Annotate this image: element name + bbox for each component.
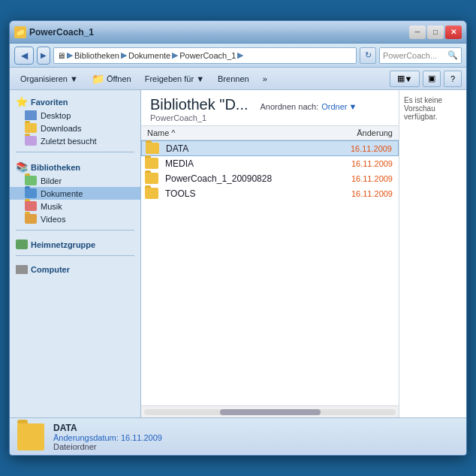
row-name: DATA — [163, 143, 330, 154]
breadcrumb-sep1: ▶ — [67, 50, 73, 60]
title-bar-text: PowerCoach_1 — [29, 27, 409, 38]
row-date: 16.11.2009 — [331, 159, 399, 168]
libraries-label: Bibliotheken — [31, 163, 80, 172]
sidebar-label-videos: Videos — [41, 215, 65, 224]
col-name-header[interactable]: Name ^ — [141, 126, 331, 140]
libraries-section: 📚 Bibliotheken Bilder Dokumente Musik — [10, 155, 140, 227]
organize-label: Organisieren — [20, 74, 68, 83]
sidebar-item-bilder[interactable]: Bilder — [10, 174, 140, 187]
status-name: DATA — [53, 423, 162, 433]
row-icon — [141, 173, 162, 184]
arrange-arrow-icon: ▼ — [348, 102, 357, 111]
sidebar-label-musik: Musik — [41, 202, 62, 211]
file-header: Bibliothek "D... Anordnen nach: Ordner ▼… — [141, 90, 399, 126]
folder-icon — [145, 173, 158, 184]
heimnetz-title: Heimnetzgruppe — [10, 238, 140, 251]
explorer-window: 📁 PowerCoach_1 ─ □ ✕ ◀ ▶ 🖥 ▶ Bibliotheke… — [9, 20, 467, 456]
back-button[interactable]: ◀ — [14, 47, 34, 65]
breadcrumb[interactable]: 🖥 ▶ Bibliotheken ▶ Dokumente ▶ PowerCoac… — [53, 47, 357, 64]
library-subtitle: PowerCoach_1 — [150, 113, 390, 122]
sidebar: ⭐ Favoriten Desktop Downloads Zuletzt be… — [10, 90, 141, 417]
refresh-button[interactable]: ↻ — [360, 47, 376, 64]
breadcrumb-bibliotheken[interactable]: Bibliotheken — [74, 51, 119, 60]
search-bar[interactable]: PowerCoach... 🔍 — [379, 47, 462, 64]
sidebar-sep2 — [16, 230, 134, 230]
row-name: PowerCoach_1_20090828 — [162, 173, 331, 184]
help-button[interactable]: ? — [444, 71, 462, 87]
row-date: 16.11.2009 — [331, 174, 399, 183]
breadcrumb-end-arrow: ▶ — [237, 50, 243, 60]
organize-arrow-icon: ▼ — [70, 74, 78, 83]
sidebar-item-recent[interactable]: Zuletzt besucht — [10, 134, 140, 147]
col-date-header[interactable]: Änderung — [331, 126, 399, 140]
computer-title: Computer — [10, 264, 140, 276]
bilder-icon — [25, 176, 37, 185]
share-label: Freigeben für — [145, 74, 194, 83]
h-scrollbar[interactable] — [141, 405, 399, 417]
minimize-button[interactable]: ─ — [409, 26, 426, 39]
table-row[interactable]: DATA 16.11.2009 — [141, 140, 399, 156]
computer-label: Computer — [31, 265, 70, 274]
heimnetz-label: Heimnetzgruppe — [31, 240, 95, 249]
window-controls: ─ □ ✕ — [409, 26, 462, 39]
share-button[interactable]: Freigeben für ▼ — [139, 70, 210, 88]
downloads-folder-icon — [25, 123, 37, 133]
view-button[interactable]: ▦ ▼ — [390, 71, 420, 87]
title-bar: 📁 PowerCoach_1 ─ □ ✕ — [10, 21, 466, 44]
arrange-label: Anordnen nach: — [261, 102, 319, 111]
libraries-icon: 📚 — [16, 161, 28, 173]
sidebar-item-videos[interactable]: Videos — [10, 212, 140, 225]
organize-button[interactable]: Organisieren ▼ — [14, 70, 84, 88]
file-pane: Bibliothek "D... Anordnen nach: Ordner ▼… — [141, 90, 399, 417]
col-sort-icon: ^ — [171, 128, 175, 137]
window-icon: 📁 — [14, 26, 26, 38]
sidebar-item-desktop[interactable]: Desktop — [10, 109, 140, 122]
folder-icon — [145, 158, 158, 169]
favorites-section: ⭐ Favoriten Desktop Downloads Zuletzt be… — [10, 90, 140, 149]
burn-button[interactable]: Brennen — [212, 70, 255, 88]
pane-button[interactable]: ▣ — [423, 71, 441, 87]
sidebar-item-musik[interactable]: Musik — [10, 200, 140, 212]
sidebar-item-dokumente[interactable]: Dokumente — [10, 187, 140, 200]
forward-button[interactable]: ▶ — [37, 47, 50, 65]
open-button[interactable]: 📁 Öffnen — [86, 70, 137, 88]
table-row[interactable]: PowerCoach_1_20090828 16.11.2009 — [141, 171, 399, 186]
search-placeholder: PowerCoach... — [383, 51, 447, 60]
sidebar-label-downloads: Downloads — [41, 124, 81, 133]
arrange-value[interactable]: Ordner ▼ — [321, 102, 357, 111]
row-name: TOOLS — [162, 188, 331, 199]
more-button[interactable]: » — [257, 70, 273, 88]
libraries-title: 📚 Bibliotheken — [10, 160, 140, 174]
more-icon: » — [263, 74, 267, 83]
table-row[interactable]: MEDIA 16.11.2009 — [141, 156, 399, 171]
close-button[interactable]: ✕ — [445, 26, 462, 39]
desktop-icon — [25, 110, 37, 120]
sidebar-sep3 — [16, 255, 134, 256]
favorites-label: Favoriten — [31, 98, 68, 107]
col-name-label: Name — [147, 128, 169, 137]
h-scroll-track — [144, 409, 396, 415]
row-icon — [142, 143, 163, 154]
dokumente-icon — [25, 188, 37, 198]
sidebar-item-downloads[interactable]: Downloads — [10, 122, 140, 134]
status-folder-icon — [17, 423, 44, 450]
recent-icon — [25, 136, 37, 146]
sidebar-label-dokumente: Dokumente — [41, 189, 83, 198]
library-title: Bibliothek "D... — [150, 96, 249, 113]
videos-icon — [25, 214, 37, 224]
burn-label: Brennen — [218, 74, 249, 83]
maximize-button[interactable]: □ — [427, 26, 444, 39]
arrange-bar: Anordnen nach: Ordner ▼ — [261, 100, 357, 113]
file-rows: DATA 16.11.2009 MEDIA 16.11.2009 — [141, 140, 399, 405]
breadcrumb-sep2: ▶ — [121, 50, 127, 60]
view-arrow-icon: ▼ — [405, 74, 413, 83]
breadcrumb-sep3: ▶ — [172, 50, 178, 60]
table-row[interactable]: TOOLS 16.11.2009 — [141, 186, 399, 201]
preview-pane: Es ist keine Vorschau verfügbar. — [399, 90, 466, 417]
breadcrumb-powercoach[interactable]: PowerCoach_1 — [179, 51, 236, 60]
musik-icon — [25, 201, 37, 211]
breadcrumb-dokumente[interactable]: Dokumente — [128, 51, 170, 60]
search-icon: 🔍 — [447, 50, 458, 60]
status-meta: Änderungsdatum: 16.11.2009 — [53, 433, 162, 442]
open-folder-icon: 📁 — [92, 73, 104, 85]
